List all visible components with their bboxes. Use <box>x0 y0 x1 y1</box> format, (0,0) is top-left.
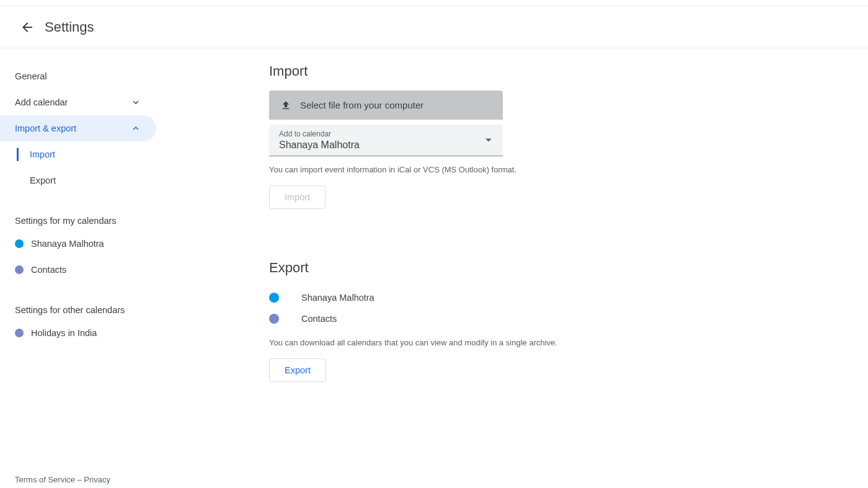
back-button[interactable] <box>15 15 40 40</box>
calendar-color-dot <box>15 265 24 274</box>
calendar-color-dot <box>269 314 279 324</box>
sidebar-subitem-import[interactable]: Import <box>0 141 174 167</box>
calendar-color-dot <box>15 239 24 248</box>
file-select-label: Select file from your computer <box>300 100 423 110</box>
chevron-down-icon <box>130 97 141 108</box>
sidebar-item-label: General <box>15 71 47 81</box>
header: Settings <box>0 6 868 48</box>
footer: Terms of Service – Privacy <box>15 475 110 484</box>
export-helper-text: You can download all calendars that you … <box>269 338 579 347</box>
calendar-color-dot <box>15 329 24 337</box>
sidebar-item-label: Import & export <box>15 123 76 133</box>
footer-separator: – <box>75 475 84 484</box>
main-content: Import Select file from your computer Ad… <box>174 48 868 488</box>
import-helper-text: You can import event information in iCal… <box>269 165 529 174</box>
export-item-contacts: Contacts <box>269 308 853 329</box>
sidebar-section-other-calendars: Settings for other calendars <box>0 295 174 320</box>
sidebar: General Add calendar Import & export Imp… <box>0 48 174 488</box>
import-button-label: Import <box>285 192 310 202</box>
file-select-button[interactable]: Select file from your computer <box>269 91 503 120</box>
sidebar-subitem-export[interactable]: Export <box>0 167 174 193</box>
calendar-item-label: Contacts <box>31 265 66 275</box>
sidebar-item-label: Add calendar <box>15 97 68 107</box>
calendar-color-dot <box>269 293 279 303</box>
arrow-left-icon <box>20 20 35 35</box>
export-button-label: Export <box>285 365 311 375</box>
sidebar-item-import-export[interactable]: Import & export <box>0 115 156 141</box>
sidebar-subitem-label: Export <box>30 175 56 185</box>
dropdown-label: Add to calendar <box>279 130 493 138</box>
export-item-label: Shanaya Malhotra <box>301 293 374 303</box>
calendar-item-label: Holidays in India <box>31 328 97 338</box>
calendar-item-label: Shanaya Malhotra <box>31 239 104 249</box>
import-button[interactable]: Import <box>269 185 326 209</box>
export-item-label: Contacts <box>301 314 337 324</box>
privacy-link[interactable]: Privacy <box>84 475 110 484</box>
chevron-up-icon <box>130 123 141 134</box>
import-section-title: Import <box>269 63 853 79</box>
dropdown-arrow-icon <box>485 139 492 142</box>
calendar-item-contacts[interactable]: Contacts <box>0 257 174 283</box>
add-to-calendar-dropdown[interactable]: Add to calendar Shanaya Malhotra <box>269 125 503 156</box>
sidebar-subitem-label: Import <box>30 149 55 159</box>
calendar-item-holidays[interactable]: Holidays in India <box>0 320 174 346</box>
dropdown-value: Shanaya Malhotra <box>279 140 493 151</box>
sidebar-item-add-calendar[interactable]: Add calendar <box>0 89 156 115</box>
sidebar-item-general[interactable]: General <box>0 63 156 89</box>
page-title: Settings <box>45 19 94 35</box>
calendar-item-shanaya[interactable]: Shanaya Malhotra <box>0 231 174 257</box>
upload-icon <box>280 100 291 111</box>
export-item-shanaya: Shanaya Malhotra <box>269 287 853 308</box>
terms-link[interactable]: Terms of Service <box>15 475 75 484</box>
sidebar-section-my-calendars: Settings for my calendars <box>0 206 174 231</box>
export-section-title: Export <box>269 260 853 276</box>
export-button[interactable]: Export <box>269 358 326 382</box>
